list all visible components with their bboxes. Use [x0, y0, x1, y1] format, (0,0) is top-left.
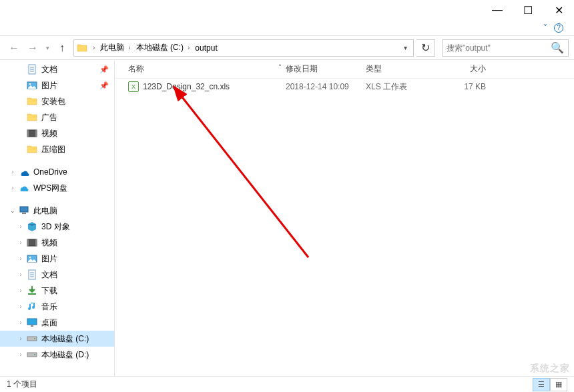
file-type: XLS 工作表	[366, 81, 439, 93]
sidebar-item[interactable]: ›视频	[0, 235, 114, 251]
sidebar-item[interactable]: ›文档	[0, 267, 114, 283]
address-dropdown-icon[interactable]: ▾	[398, 44, 412, 51]
search-input[interactable]	[447, 43, 551, 53]
sidebar-item[interactable]: ›图片	[0, 251, 114, 267]
sidebar-item-label: 文档	[41, 64, 57, 75]
svg-point-24	[34, 338, 35, 339]
svg-rect-9	[20, 207, 28, 212]
breadcrumb-item[interactable]: output	[192, 43, 220, 53]
file-size: 17 KB	[439, 82, 493, 91]
search-icon[interactable]: 🔍	[551, 41, 564, 54]
svg-rect-7	[27, 130, 29, 137]
sidebar-item-label: 视频	[41, 128, 57, 139]
sort-icon: ˄	[278, 63, 282, 71]
sidebar-item[interactable]: ›WPS网盘	[0, 180, 114, 196]
close-button[interactable]: ✕	[543, 0, 574, 20]
file-name: 123D_Design_32_cn.xls	[143, 82, 230, 91]
sidebar-item-label: 视频	[41, 237, 57, 249]
item-count-label: 1 个项目	[7, 379, 37, 390]
sidebar-item[interactable]: ›本地磁盘 (D:)	[0, 347, 114, 363]
nav-back-button[interactable]: ←	[5, 39, 23, 57]
onedrive-icon	[19, 167, 29, 177]
minimize-button[interactable]: —	[482, 0, 513, 20]
xls-file-icon: X	[128, 81, 139, 92]
sidebar-item[interactable]: ›桌面	[0, 315, 114, 331]
sidebar-item[interactable]: 图片📌	[0, 77, 114, 93]
sidebar-item[interactable]: 广告	[0, 109, 114, 125]
3d-icon	[27, 221, 37, 232]
ribbon-expand-icon[interactable]: ˅	[543, 23, 547, 33]
window-titlebar: — ☐ ✕	[0, 0, 574, 20]
sidebar-item[interactable]: ›3D 对象	[0, 219, 114, 235]
pc-icon	[19, 205, 29, 216]
svg-rect-22	[31, 325, 33, 327]
refresh-button[interactable]: ↻	[416, 39, 435, 57]
svg-rect-11	[27, 239, 37, 246]
sidebar-item[interactable]: 安装包	[0, 93, 114, 109]
svg-rect-21	[27, 319, 37, 325]
nav-up-button[interactable]: ↑	[53, 39, 71, 57]
svg-rect-13	[35, 239, 37, 246]
help-icon[interactable]: ?	[554, 23, 563, 33]
ribbon-bar: ˅ ?	[0, 20, 574, 36]
file-list[interactable]: X123D_Design_32_cn.xls2018-12-14 10:09XL…	[115, 79, 574, 376]
sidebar-item-label: 下载	[41, 285, 57, 297]
video-icon	[27, 128, 37, 139]
sidebar-item-label: 安装包	[41, 96, 65, 107]
col-header-name[interactable]: 名称˄	[115, 63, 286, 75]
address-row: ← → ▾ ↑ › 此电脑› 本地磁盘 (C:)› output ▾ ↻ 🔍	[0, 36, 574, 60]
sidebar-item[interactable]: ⌄此电脑	[0, 203, 114, 219]
breadcrumb-item[interactable]: 本地磁盘 (C:)›	[133, 42, 193, 53]
view-icons-button[interactable]: ▦	[550, 378, 567, 391]
svg-rect-8	[35, 130, 37, 137]
nav-sidebar[interactable]: 文档📌图片📌安装包广告视频压缩图›OneDrive›WPS网盘⌄此电脑›3D 对…	[0, 60, 115, 376]
music-icon	[27, 301, 37, 312]
content-pane: 名称˄ 修改日期 类型 大小 X123D_Design_32_cn.xls201…	[115, 60, 574, 376]
sidebar-item[interactable]: 视频	[0, 125, 114, 141]
sidebar-item[interactable]: 压缩图	[0, 141, 114, 157]
doc-icon	[27, 269, 37, 280]
col-header-size[interactable]: 大小	[439, 63, 493, 75]
folder-icon	[27, 112, 37, 123]
sidebar-item-label: 本地磁盘 (D:)	[41, 349, 89, 361]
svg-line-27	[180, 95, 308, 257]
file-date: 2018-12-14 10:09	[286, 82, 366, 91]
sidebar-item-label: 此电脑	[33, 205, 57, 217]
search-box[interactable]: 🔍	[442, 39, 569, 57]
sidebar-item[interactable]: ›下载	[0, 283, 114, 299]
sidebar-item-label: 图片	[41, 80, 57, 91]
folder-icon	[27, 144, 37, 155]
nav-forward-button[interactable]: →	[24, 39, 41, 57]
sidebar-item[interactable]: ›音乐	[0, 299, 114, 315]
pic-icon	[27, 80, 37, 91]
svg-rect-12	[27, 239, 29, 246]
wps-icon	[19, 183, 29, 193]
nav-recent-button[interactable]: ▾	[43, 39, 52, 57]
address-bar[interactable]: › 此电脑› 本地磁盘 (C:)› output ▾	[73, 39, 414, 57]
folder-icon	[75, 41, 89, 55]
download-icon	[27, 285, 37, 296]
drive-icon	[27, 333, 37, 344]
doc-icon	[27, 64, 37, 75]
sidebar-item-label: OneDrive	[33, 167, 67, 177]
desktop-icon	[27, 317, 37, 328]
svg-point-26	[34, 354, 35, 355]
breadcrumb-sep[interactable]: ›	[90, 44, 97, 51]
sidebar-item[interactable]: 文档📌	[0, 61, 114, 77]
file-row[interactable]: X123D_Design_32_cn.xls2018-12-14 10:09XL…	[115, 79, 574, 95]
sidebar-item-label: 图片	[41, 253, 57, 265]
breadcrumb-item[interactable]: 此电脑›	[97, 42, 133, 53]
col-header-date[interactable]: 修改日期	[286, 63, 366, 75]
sidebar-item-label: 广告	[41, 112, 57, 123]
column-headers[interactable]: 名称˄ 修改日期 类型 大小	[115, 60, 574, 79]
sidebar-item[interactable]: ›本地磁盘 (C:)	[0, 331, 114, 347]
sidebar-item-label: 本地磁盘 (C:)	[41, 333, 89, 345]
drive-icon	[27, 349, 37, 360]
svg-rect-6	[27, 130, 37, 137]
pin-icon: 📌	[99, 81, 109, 90]
sidebar-item-label: 3D 对象	[41, 221, 70, 233]
maximize-button[interactable]: ☐	[513, 0, 543, 20]
sidebar-item[interactable]: ›OneDrive	[0, 164, 114, 180]
col-header-type[interactable]: 类型	[366, 63, 439, 75]
view-details-button[interactable]: ☰	[533, 378, 550, 391]
